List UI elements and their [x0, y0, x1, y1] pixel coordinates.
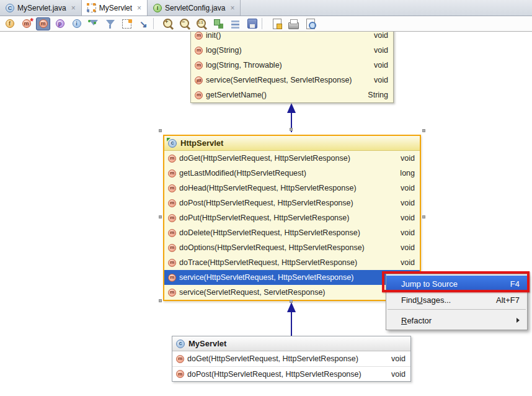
- selection-handle[interactable]: [159, 299, 162, 302]
- method-icon: m: [168, 289, 176, 297]
- method-row[interactable]: m service(ServletRequest, ServletRespons…: [191, 73, 393, 88]
- method-row[interactable]: m doPut(HttpServletRequest, HttpServletR…: [164, 210, 420, 225]
- close-tab-icon[interactable]: ×: [71, 4, 76, 12]
- tab-myservlet-diagram[interactable]: MyServlet ×: [82, 0, 148, 16]
- zoom-in-button[interactable]: +: [161, 17, 175, 30]
- file-type-icon: [87, 4, 96, 12]
- menu-item-label: sages...: [423, 295, 451, 305]
- actual-size-button[interactable]: 1:1: [195, 17, 209, 30]
- class-icon-letter: c: [179, 341, 182, 346]
- method-row[interactable]: m getServletName() String: [191, 88, 393, 102]
- toolbar-icon: p: [56, 19, 64, 28]
- selection-handle[interactable]: [159, 215, 162, 218]
- method-icon-letter: m: [170, 215, 174, 220]
- fit-content-button[interactable]: [211, 17, 226, 30]
- class-icon: c: [176, 340, 185, 348]
- menu-item-label: efactor: [407, 316, 432, 325]
- tab-myservlet-java[interactable]: C MyServlet.java ×: [0, 0, 82, 16]
- method-icon-letter: m: [170, 245, 174, 250]
- method-icon-letter: m: [197, 63, 201, 68]
- selection-handle[interactable]: [159, 129, 162, 132]
- method-icon-letter: m: [170, 290, 174, 295]
- selection-handle[interactable]: [422, 215, 425, 218]
- tab-servletconfig-java[interactable]: I ServletConfig.java ×: [148, 0, 241, 16]
- menu-item-refactor[interactable]: Refactor: [386, 312, 527, 328]
- method-signature: getLastModified(HttpServletRequest): [179, 169, 306, 178]
- method-signature: log(String): [206, 46, 242, 55]
- show-properties-button[interactable]: p: [53, 17, 67, 30]
- method-icon: m: [168, 169, 176, 178]
- method-row[interactable]: m log(String) void: [191, 43, 393, 58]
- selection-handle[interactable]: [422, 129, 425, 132]
- node-header[interactable]: c MyServlet: [172, 336, 410, 351]
- close-tab-icon[interactable]: ×: [230, 4, 234, 12]
- method-row[interactable]: m doPost(HttpServletRequest, HttpServlet…: [164, 196, 420, 210]
- toolbar-icon: +: [165, 19, 168, 25]
- method-signature: doDelete(HttpServletRequest, HttpServlet…: [179, 228, 360, 237]
- toolbar-icon: m: [22, 19, 31, 28]
- method-icon: m: [168, 214, 176, 222]
- method-row[interactable]: m doDelete(HttpServletRequest, HttpServl…: [164, 225, 420, 240]
- show-inner-classes-button[interactable]: i: [69, 17, 84, 30]
- method-return-type: void: [397, 243, 415, 252]
- tab-label: ServletConfig.java: [165, 4, 225, 12]
- method-return-type: void: [370, 61, 388, 70]
- method-icon-letter: m: [170, 171, 174, 176]
- show-methods-button[interactable]: m: [36, 17, 50, 30]
- selection-handle[interactable]: [290, 128, 293, 131]
- method-row[interactable]: m doGet(HttpServletRequest, HttpServletR…: [172, 351, 410, 366]
- menu-item-shortcut: Alt+F7: [484, 295, 520, 305]
- toolbar-items: f m m p i ↘ + −: [2, 17, 317, 30]
- print-button[interactable]: [286, 17, 301, 30]
- apply-layout-button[interactable]: [228, 17, 242, 30]
- edge-mode-button[interactable]: ↘: [136, 17, 151, 30]
- method-signature: init(): [206, 31, 221, 40]
- class-node-partial[interactable]: m init() void m log(String) void m log(S…: [190, 27, 394, 103]
- inheritance-arrow[interactable]: [291, 312, 292, 336]
- selection-handle[interactable]: [290, 300, 293, 303]
- method-return-type: void: [397, 199, 415, 207]
- method-signature: doGet(HttpServletRequest, HttpServletRes…: [179, 154, 350, 163]
- preview-button[interactable]: [303, 17, 317, 30]
- method-icon-letter: m: [178, 372, 182, 377]
- menu-item-find-usages[interactable]: Find Usages... Alt+F7: [386, 292, 527, 308]
- method-row[interactable]: m doHead(HttpServletRequest, HttpServlet…: [164, 181, 420, 196]
- menu-separator[interactable]: [388, 309, 526, 311]
- toolbar-separator[interactable]: [153, 17, 159, 30]
- class-node-myservlet[interactable]: c MyServlet m doGet(HttpServletRequest, …: [172, 336, 411, 382]
- export-to-file-button[interactable]: [270, 17, 284, 30]
- method-icon: m: [195, 61, 203, 70]
- method-icon: m: [168, 229, 176, 237]
- close-tab-icon[interactable]: ×: [137, 4, 141, 12]
- method-icon-letter: m: [197, 33, 201, 38]
- node-header[interactable]: c HttpServlet: [164, 136, 420, 151]
- node-title: MyServlet: [188, 339, 226, 348]
- method-icon-letter: m: [196, 77, 202, 83]
- method-icon: m: [168, 199, 176, 207]
- toolbar-separator[interactable]: [262, 17, 267, 30]
- method-return-type: void: [370, 46, 388, 55]
- method-row[interactable]: m log(String, Throwable) void: [191, 58, 393, 73]
- method-icon-letter: m: [170, 230, 174, 235]
- show-fields-button[interactable]: f: [2, 17, 17, 30]
- method-signature: service(ServletRequest, ServletResponse): [206, 76, 352, 84]
- visibility-filter-button[interactable]: [86, 17, 100, 30]
- show-constructors-button[interactable]: m: [19, 17, 33, 30]
- method-icon: m: [195, 91, 203, 99]
- method-icon-letter: m: [170, 260, 174, 265]
- method-icon: m: [195, 47, 203, 55]
- method-row[interactable]: m doOptions(HttpServletRequest, HttpServ…: [164, 240, 420, 255]
- save-diagram-button[interactable]: [245, 17, 259, 30]
- method-row[interactable]: m doTrace(HttpServletRequest, HttpServle…: [164, 255, 420, 270]
- class-icon: c: [168, 139, 177, 148]
- dependencies-filter-button[interactable]: [103, 17, 117, 30]
- zoom-out-button[interactable]: −: [178, 17, 192, 30]
- menu-item-mnemonic: R: [401, 316, 407, 325]
- file-type-icon-letter: I: [157, 5, 159, 11]
- selection-mode-button[interactable]: [120, 17, 134, 30]
- method-row[interactable]: m getLastModified(HttpServletRequest) lo…: [164, 166, 420, 181]
- method-signature: log(String, Throwable): [206, 61, 282, 70]
- method-return-type: String: [364, 91, 388, 99]
- method-row[interactable]: m doGet(HttpServletRequest, HttpServletR…: [164, 151, 420, 166]
- method-row[interactable]: m doPost(HttpServletRequest, HttpServlet…: [172, 366, 410, 381]
